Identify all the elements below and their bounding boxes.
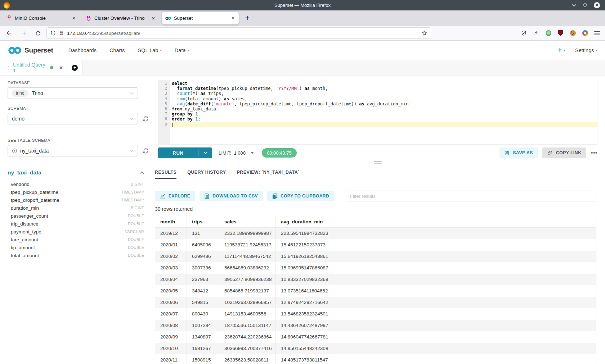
copy-clipboard-label: COPY TO CLIPBOARD <box>281 194 329 199</box>
permissions-shield-icon[interactable] <box>50 30 56 36</box>
column-header[interactable]: month <box>155 216 187 228</box>
chevron-down-icon: ▾ <box>160 49 162 52</box>
text-cursor <box>172 123 172 127</box>
nav-data[interactable]: Data▾ <box>175 47 189 53</box>
table-row: 2019/121312332.1899999999987223.59541984… <box>155 228 596 239</box>
superset-logo[interactable]: Superset <box>8 46 53 55</box>
database-type-badge: trino <box>12 90 28 97</box>
results-tab[interactable]: RESULTS <box>155 170 176 179</box>
copy-clipboard-button[interactable]: COPY TO CLIPBOARD <box>267 191 334 201</box>
results-tab[interactable]: QUERY HISTORY <box>187 170 226 179</box>
explore-label: EXPLORE <box>169 194 190 199</box>
drag-handle-icon[interactable]: ⋮⋮ <box>3 65 10 70</box>
shield-check-icon[interactable] <box>521 30 527 36</box>
lock-crossed-icon[interactable] <box>59 30 64 36</box>
run-button[interactable]: RUN <box>158 147 212 158</box>
more-actions-button[interactable]: ••• <box>591 150 597 156</box>
refresh-tables-icon[interactable] <box>143 148 149 154</box>
close-tab-icon[interactable]: ✕ <box>151 16 156 21</box>
table-row: 2020/08100728418705536.15013114714.43642… <box>155 320 596 331</box>
tab-title: Superset <box>174 15 228 21</box>
column-header[interactable]: avg_duration_min <box>276 216 596 228</box>
browser-tabbar: MinIO Console ✕ Cluster Overview - Trino… <box>0 10 605 26</box>
filter-results-input[interactable] <box>346 191 596 201</box>
menu-icon[interactable] <box>594 31 600 35</box>
chevron-down-icon <box>130 118 134 120</box>
query-tab-title: Untitled Query 1 <box>13 62 47 73</box>
download-csv-label: DOWNLOAD TO CSV <box>212 194 258 199</box>
window-title: Superset — Mozilla Firefox <box>0 3 605 8</box>
code-line: count(*) as trips, <box>170 91 597 96</box>
browser-tab-minio[interactable]: MinIO Console ✕ <box>3 12 80 24</box>
settings-menu[interactable]: Settings▾ <box>575 47 597 53</box>
chevron-down-icon: ▾ <box>188 49 189 52</box>
download-icon[interactable] <box>533 30 539 36</box>
sql-editor[interactable]: 123456789 select format_datetime(tpep_pi… <box>158 80 597 145</box>
tab-title: MinIO Console <box>15 15 68 21</box>
nav-dashboards[interactable]: Dashboards <box>68 47 97 53</box>
schema-label: SCHEMA <box>8 106 152 110</box>
column-list-item: vendoridBIGINT <box>8 180 144 188</box>
cookie-icon[interactable] <box>570 30 576 36</box>
superset-favicon-icon <box>165 15 171 21</box>
query-tab[interactable]: ⋮⋮ Untitled Query 1 ✕ <box>0 60 67 75</box>
panel-divider <box>8 130 144 130</box>
privacy-badger-icon[interactable] <box>545 30 551 36</box>
explore-button[interactable]: EXPLORE <box>155 191 195 201</box>
window-titlebar: Superset — Mozilla Firefox ✕ <box>0 0 605 10</box>
bookmark-star-icon[interactable] <box>421 30 427 36</box>
column-header[interactable]: trips <box>187 216 219 228</box>
save-as-button[interactable]: SAVE AS <box>499 147 538 158</box>
close-tab-icon[interactable]: ✕ <box>71 16 76 21</box>
table-select[interactable]: ny_taxi_data <box>8 145 138 156</box>
close-query-tab-icon[interactable]: ✕ <box>59 65 63 70</box>
browser-tab-trino[interactable]: Cluster Overview - Trino ✕ <box>82 12 159 24</box>
add-new-button[interactable]: +▾ <box>558 46 565 54</box>
column-header[interactable]: sales <box>219 216 276 228</box>
containers-icon[interactable] <box>582 30 588 36</box>
nav-sql-lab[interactable]: SQL Lab▾ <box>138 47 162 53</box>
add-query-tab-button[interactable]: + <box>67 60 83 75</box>
table-schema-panel: ny_taxi_data vendoridBIGINTtpep_pickup_d… <box>8 169 152 259</box>
limit-control[interactable]: LIMIT: 1 000 <box>219 150 254 156</box>
code-line: order by 1; <box>170 117 597 122</box>
save-icon <box>504 150 510 156</box>
close-window-icon[interactable]: ✕ <box>594 2 600 8</box>
chevron-up-icon[interactable] <box>140 171 144 174</box>
chevron-down-icon[interactable] <box>198 152 212 154</box>
reload-icon[interactable] <box>35 30 41 36</box>
ublock-icon[interactable] <box>557 30 564 36</box>
table-row: 2020/0654981510319263.02996685712.974924… <box>155 297 596 308</box>
clipboard-icon <box>272 194 277 199</box>
refresh-schemas-icon[interactable] <box>143 116 149 122</box>
plus-circle-icon: + <box>72 65 78 71</box>
chevron-down-icon: ▾ <box>596 49 597 52</box>
database-select[interactable]: trino Trino <box>8 87 138 99</box>
pane-resize-handle[interactable] <box>374 161 382 165</box>
save-as-label: SAVE AS <box>513 150 533 155</box>
results-tab[interactable]: PREVIEW: `NY_TAXI_DATA` <box>237 170 300 179</box>
result-table: monthtripssalesavg_duration_min 2019/121… <box>155 216 596 364</box>
editor-code[interactable]: select format_datetime(tpep_pickup_datet… <box>170 80 597 144</box>
copy-link-button[interactable]: COPY LINK <box>542 147 587 158</box>
new-tab-button[interactable]: + <box>242 13 252 23</box>
forward-icon[interactable] <box>21 30 27 36</box>
url-bar[interactable]: 172.18.0.4:32295/superset/sqllab/ <box>47 28 431 38</box>
back-icon[interactable] <box>6 30 12 36</box>
nav-charts[interactable]: Charts <box>109 47 125 53</box>
file-icon <box>205 194 209 199</box>
browser-tab-superset[interactable]: Superset ✕ <box>162 12 239 24</box>
chevron-down-icon[interactable] <box>572 4 576 7</box>
result-table-body: 2019/121312332.1899999999987223.59541984… <box>155 228 596 364</box>
eye-icon <box>12 148 17 154</box>
close-tab-icon[interactable]: ✕ <box>230 16 236 21</box>
download-csv-button[interactable]: DOWNLOAD TO CSV <box>200 191 263 201</box>
chevron-down-icon <box>130 92 134 95</box>
maximize-diamond-icon[interactable] <box>583 3 587 8</box>
schema-value: demo <box>12 116 24 122</box>
row-count-text: 30 rows returned <box>155 206 596 212</box>
url-path: :32295/superset/sqllab/ <box>90 31 140 36</box>
schema-select[interactable]: demo <box>8 113 138 124</box>
code-line: sum(total_amount) as sales, <box>170 96 597 101</box>
superset-infinity-icon <box>8 46 22 55</box>
